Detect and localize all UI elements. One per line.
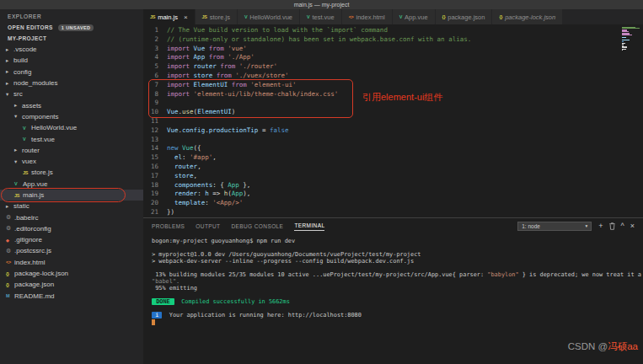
tree-item-static[interactable]: ▸static (0, 201, 143, 211)
code-line: 21}) (143, 208, 643, 217)
terminal-cursor (152, 319, 155, 325)
chevron-right-icon: ▸ (14, 102, 22, 109)
terminal-segment: i (152, 312, 162, 318)
file-label: .vscode (13, 46, 37, 53)
close-icon[interactable]: × (630, 222, 635, 230)
tree-item-main.js[interactable]: JSmain.js (0, 190, 143, 201)
file-label: index.html (14, 259, 45, 266)
file-label: App.vue (23, 180, 47, 188)
code-token: new (167, 144, 182, 152)
terminal-select[interactable]: 1: node ▾ (517, 222, 592, 231)
tab-test.vue[interactable]: Vtest.vue (300, 9, 342, 24)
code-token: App (194, 53, 206, 61)
unsaved-badge: 1 UNSAVED (58, 24, 94, 31)
tree-item-test.vue[interactable]: Vtest.vue (0, 133, 143, 144)
tab-label: store.js (210, 13, 230, 21)
tree-item-.gitignore[interactable]: ◆.gitignore (0, 234, 143, 245)
tree-item-index.html[interactable]: <>index.html (0, 257, 143, 268)
vue-file-icon: V (399, 14, 402, 19)
code-line: 1// The Vue build version to load with t… (143, 26, 643, 35)
trash-icon[interactable] (609, 222, 615, 230)
line-number: 20 (143, 199, 165, 208)
tree-item-build[interactable]: ▸build (0, 55, 143, 66)
code-token: Vue (194, 45, 206, 52)
code-token: from (212, 72, 235, 79)
line-number: 18 (143, 181, 165, 190)
tree-item-.editorconfig[interactable]: ⚙.editorconfig (0, 223, 143, 234)
tree-item-HelloWorld.vue[interactable]: VHelloWorld.vue (0, 122, 143, 133)
watermark-name: 冯硕aa (608, 341, 638, 351)
panel-tab-problems[interactable]: PROBLEMS (152, 222, 185, 231)
tab-store.js[interactable]: JSstore.js (196, 9, 238, 24)
tree-item-.postcssrc.js[interactable]: ⚙.postcssrc.js (0, 245, 143, 256)
tree-item-.babelrc[interactable]: ⚙.babelrc (0, 211, 143, 222)
line-number: 16 (143, 163, 165, 172)
tab-index.html[interactable]: <>index.html (342, 9, 393, 24)
code-line: 11 (143, 117, 643, 126)
code-line: 14new Vue({ (143, 144, 643, 153)
tab-main.js[interactable]: JSmain.js× (143, 9, 196, 24)
code-text: // (runtime-only or standalone) has been… (165, 35, 471, 45)
line-number: 9 (143, 99, 165, 108)
tree-item-store.js[interactable]: JSstore.js (0, 167, 143, 178)
tree-item-App.vue[interactable]: VApp.vue (0, 179, 143, 190)
tab-package.json[interactable]: {}package.json (436, 9, 493, 24)
open-editors-section[interactable]: OPEN EDITORS 1 UNSAVED (0, 22, 143, 33)
panel-tab-terminal[interactable]: TERMINAL (294, 221, 324, 231)
code-token: : (197, 190, 205, 197)
editor[interactable]: 1// The Vue build version to load with t… (143, 24, 643, 217)
minimap-line (622, 37, 626, 38)
tree-item-package.json[interactable]: {}package.json (0, 279, 143, 290)
chevron-right-icon: ▸ (14, 147, 22, 153)
tree-item-README.md[interactable]: MREADME.md (0, 291, 143, 302)
tab-App.vue[interactable]: VApp.vue (393, 9, 436, 24)
git-file-icon: ◆ (6, 238, 14, 243)
chevron-right-icon: ▸ (6, 203, 13, 210)
plus-icon[interactable]: + (598, 222, 603, 230)
tree-item-components[interactable]: ▾components (0, 111, 143, 122)
code-line: 12Vue.config.productionTip = false (143, 126, 643, 136)
tab-HelloWorld.vue[interactable]: VHelloWorld.vue (238, 9, 300, 24)
tab-package-lock.json[interactable]: {}package-lock.json (492, 9, 563, 24)
terminal-line (152, 292, 643, 298)
vue-file-icon: V (307, 14, 309, 19)
code-text: import router from './router' (165, 62, 277, 72)
code-text: el: '#app', (165, 153, 217, 163)
code-text: render: h => h(App), (165, 190, 250, 199)
chevron-up-icon[interactable]: ^ (621, 222, 624, 230)
tree-item-node_modules[interactable]: ▸node_modules (0, 78, 143, 88)
md-file-icon: M (6, 293, 14, 298)
file-label: .postcssrc.js (14, 247, 51, 254)
code-token: from (228, 81, 250, 88)
minimap-line (622, 35, 632, 35)
code-line: 13 (143, 136, 643, 145)
code-token: store (174, 172, 194, 179)
file-label: .editorconfig (14, 225, 51, 233)
panel-tab-debug-console[interactable]: DEBUG CONSOLE (231, 222, 283, 231)
terminal-line: bogon:my-project guoyuanhong$ npm run de… (152, 238, 643, 244)
tree-item-assets[interactable]: ▸assets (0, 99, 143, 110)
tree-item-package-lock.json[interactable]: {}package-lock.json (0, 268, 143, 279)
tree-item-src[interactable]: ▾src (0, 88, 143, 99)
vue-file-icon: V (14, 181, 23, 186)
code-token: ) (232, 108, 236, 115)
tree-item-vuex[interactable]: ▾vuex (0, 156, 143, 167)
code-token (167, 199, 174, 206)
title-bar: main.js — my-project (0, 0, 643, 9)
tree-item-.vscode[interactable]: ▸.vscode (0, 44, 143, 55)
code-token: './App' (228, 53, 255, 61)
open-editors-label: OPEN EDITORS (8, 24, 53, 30)
close-icon[interactable]: × (184, 13, 188, 21)
line-number: 2 (143, 35, 165, 45)
code-token: import (167, 81, 194, 88)
panel-tab-output[interactable]: OUTPUT (196, 222, 220, 231)
project-section-header[interactable]: MY-PROJECT (0, 33, 143, 44)
tree-item-router[interactable]: ▸router (0, 145, 143, 156)
file-label: package-lock.json (14, 270, 68, 277)
terminal[interactable]: bogon:my-project guoyuanhong$ npm run de… (143, 233, 643, 325)
terminal-segment: 95% emitting (152, 285, 197, 292)
minimap[interactable] (622, 27, 640, 51)
tab-label: package.json (447, 13, 485, 21)
tree-item-config[interactable]: ▸config (0, 67, 143, 78)
terminal-line: 13% building modules 25/35 modules 10 ac… (152, 271, 643, 278)
